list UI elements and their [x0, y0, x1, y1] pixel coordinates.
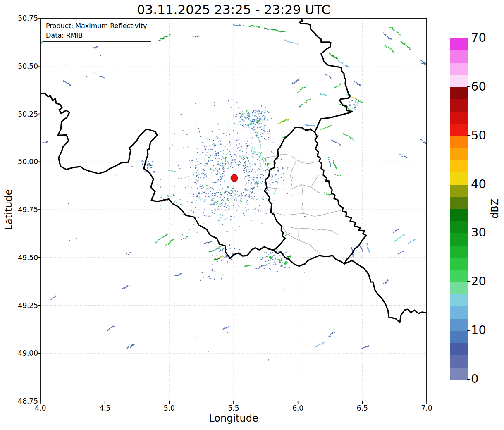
colorbar-segment [450, 221, 468, 233]
x-tick-label: 6.0 [285, 404, 311, 412]
colorbar-segment [450, 136, 468, 148]
colorbar-tick-label: 0 [471, 372, 478, 386]
colorbar-segment [450, 124, 468, 136]
radar-figure: 03.11.2025 23:25 - 23:29 UTC Product: Ma… [0, 0, 504, 430]
colorbar-segment [450, 368, 468, 380]
colorbar-segment [450, 282, 468, 294]
colorbar-segment [450, 50, 468, 62]
border-belgium-luxembourg [265, 127, 315, 250]
colorbar-tick-label: 40 [471, 177, 486, 191]
grid-lines [41, 18, 427, 401]
colorbar-segment [450, 331, 468, 343]
colorbar-tick-mark [467, 330, 470, 331]
colorbar-segment [450, 319, 468, 331]
colorbar-segment [450, 148, 468, 160]
x-tick-label: 7.0 [413, 404, 440, 412]
annotation-box: Product: Maximum Reflectivity Data: RMIB [43, 20, 151, 42]
colorbar-segment [450, 75, 468, 87]
colorbar-segment [450, 355, 468, 367]
colorbar-segment [450, 246, 468, 258]
colorbar-segment [450, 258, 468, 270]
x-tick-label: 4.5 [92, 404, 118, 412]
y-tick-label: 50.00 [7, 158, 38, 166]
colorbar-segment [450, 294, 468, 306]
colorbar-tick-mark [467, 233, 470, 234]
radar-location-dot [231, 174, 238, 182]
colorbar-segment [450, 197, 468, 209]
colorbar-segment [450, 172, 468, 184]
y-tick-label: 49.00 [7, 349, 38, 357]
colorbar-segment [450, 233, 468, 245]
colorbar-tick-label: 30 [471, 226, 486, 240]
colorbar-segment [450, 112, 468, 124]
x-tick-label: 6.5 [349, 404, 375, 412]
x-tick-label: 4.0 [27, 404, 54, 412]
colorbar-segment [450, 63, 468, 75]
colorbar-tick-label: 10 [471, 323, 486, 337]
y-tick-label: 49.50 [7, 253, 38, 262]
colorbar-segment [450, 38, 468, 50]
radar-echoes [41, 24, 428, 361]
x-tick-label: 5.5 [220, 404, 247, 412]
x-tick-label: 5.0 [156, 404, 182, 412]
colorbar-tick-label: 60 [471, 79, 486, 93]
colorbar-tick-mark [467, 184, 470, 185]
y-tick-label: 48.75 [7, 397, 38, 405]
annotation-data-line: Data: RMIB [46, 31, 147, 40]
map-canvas [0, 0, 504, 430]
colorbar-segment [450, 209, 468, 221]
colorbar [450, 38, 468, 380]
colorbar-axis-label: dBZ [489, 199, 501, 219]
colorbar-tick-label: 20 [471, 275, 486, 289]
annotation-product-line: Product: Maximum Reflectivity [46, 21, 147, 31]
colorbar-tick-mark [467, 281, 470, 282]
colorbar-segment [450, 160, 468, 172]
y-tick-label: 50.25 [7, 110, 38, 118]
colorbar-segment [450, 87, 468, 99]
y-tick-label: 49.75 [7, 205, 38, 214]
colorbar-segment [450, 185, 468, 197]
colorbar-tick-mark [467, 135, 470, 136]
colorbar-segment [450, 99, 468, 111]
colorbar-segment [450, 270, 468, 282]
border-france-germany [344, 260, 427, 322]
colorbar-tick-label: 70 [471, 31, 486, 45]
border-france-belgium [41, 93, 274, 258]
colorbar-tick-mark [467, 86, 470, 87]
y-tick-label: 50.75 [7, 14, 38, 22]
plot-title: 03.11.2025 23:25 - 23:29 UTC [41, 2, 427, 17]
admin-borders [266, 154, 341, 254]
border-luxembourg-germany [315, 132, 366, 264]
colorbar-tick-mark [467, 379, 470, 380]
colorbar-segment [450, 306, 468, 318]
colorbar-tick-mark [467, 38, 470, 38]
y-tick-label: 49.25 [7, 301, 38, 310]
y-tick-label: 50.50 [7, 62, 38, 70]
colorbar-tick-label: 50 [471, 128, 486, 142]
x-axis-label: Longitude [41, 413, 427, 424]
colorbar-segment [450, 343, 468, 355]
